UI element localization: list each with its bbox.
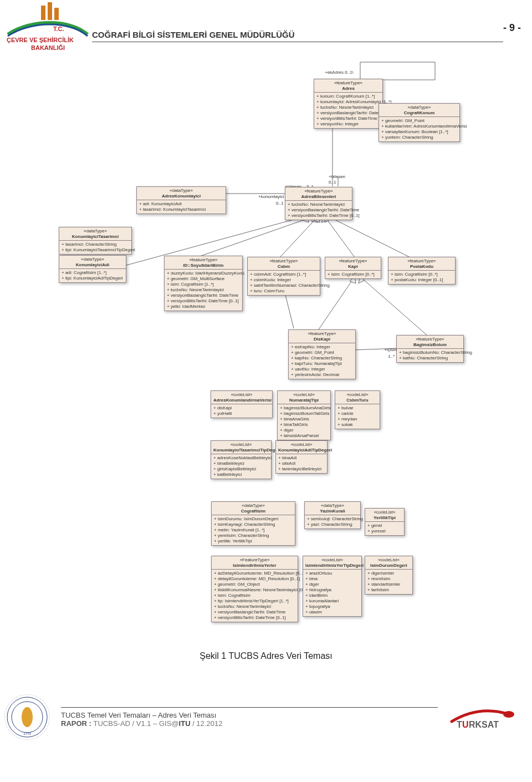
box-bagimsizbolum: «featureType»BagimsizBolum + bagimsizBol… xyxy=(396,335,464,363)
svg-rect-1 xyxy=(48,2,52,20)
figure-caption: Şekil 1 TUCBS Adres Veri Teması xyxy=(0,651,532,661)
svg-text:U: U xyxy=(462,720,469,729)
box-adreskonumlandirmaverisi: «codeList»AdresKonumlandirmaVerisi + dis… xyxy=(211,390,273,418)
itu-logo: 1773 xyxy=(4,694,50,740)
box-postakodu: «featureType»PostaKodu + isim: CografiIs… xyxy=(388,257,456,285)
svg-text:T.C.: T.C. xyxy=(53,26,64,32)
box-diskapi: «featureType»DisKapi + esKapiNo: Integer… xyxy=(288,329,356,379)
box-adres: «featureType»Adres + konum: CografiKonum… xyxy=(314,79,383,129)
turksat-logo: T U RKSAT xyxy=(449,702,521,732)
box-adresbilesenleri: «featureType»AdresBilesenleri + tucbsNo:… xyxy=(285,187,352,220)
box-adreskonumlayici: «dataType»AdresKonumlayici + adi: Konuml… xyxy=(136,186,226,214)
assoc-konumlayici: +konumlayici xyxy=(258,194,284,199)
box-isimdurumdegeri: «codeList»IsimDurumDegeri + digerIsimler… xyxy=(365,556,413,595)
assoc-bilesen2b: 0..1 xyxy=(329,180,336,185)
svg-text:BAKANLIĞI: BAKANLIĞI xyxy=(31,44,65,51)
assoc-zero1: 0..1 xyxy=(276,201,283,206)
page-title: COĞRAFİ BİLGİ SİSTEMLERİ GENEL MÜDÜRLÜĞÜ xyxy=(92,30,503,39)
box-konumlayicitasarimcitipdegeri: «codeList»KonumlayiciTasarimciTipDegeri … xyxy=(211,440,272,479)
box-kapi: «featureType»Kapi + isim: CografiIsim [0… xyxy=(325,257,381,279)
box-cografiisim: «dataType»CografiIsim + isimDurumu: Isim… xyxy=(211,501,295,546)
uml-diagram: +ekAdres 0..1\ +bilesen 3..* +bilesen 0.… xyxy=(0,58,532,640)
svg-text:ÇEVRE VE ŞEHİRCİLİK: ÇEVRE VE ŞEHİRCİLİK xyxy=(7,37,74,43)
box-numaratajtipi: «codeList»NumaratajTipi + bagimsizBolumA… xyxy=(277,390,331,440)
svg-point-16 xyxy=(22,707,33,727)
page-number: - 9 - xyxy=(503,2,521,34)
svg-rect-0 xyxy=(41,6,45,20)
footer-text: TUCBS Temel Veri Temaları – Adres Veri T… xyxy=(61,707,438,728)
box-idsoyutidaribirim: «featureType»ID::SoyutIdariBirim + duzey… xyxy=(164,256,243,311)
box-csbmturu: «codeList»CsbmTuru + bulvar+ cadde+ meyd… xyxy=(335,390,380,429)
box-konumlayiciadi: «dataType»KonumlayiciAdi + adi: CografiI… xyxy=(59,255,126,283)
svg-text:1773: 1773 xyxy=(23,732,31,735)
box-cografikonum: «dataType»CografiKonum + geometri: GM_Po… xyxy=(378,103,460,142)
ministry-logo: T.C. ÇEVRE VE ŞEHİRCİLİK BAKANLIĞI xyxy=(3,2,92,58)
assoc-bilesen2a: +bilesen xyxy=(329,174,345,179)
assoc-icisim: +içisim xyxy=(384,347,398,352)
box-isimlendirilmisyertipdegeri: «codeList»IsimlendirilmisYerTipDegeri + … xyxy=(303,556,362,617)
svg-text:T: T xyxy=(457,720,462,729)
svg-text:RKSAT: RKSAT xyxy=(469,720,499,729)
box-yerliliktipi: «codeList»YerlilikTipi + genel+ yoresel xyxy=(365,508,405,536)
assoc-ekadres: +ekAdres 0..1\ xyxy=(325,70,354,75)
box-konumlayicitasarimci: «dataType»KonumlayiciTasarimci + tasarim… xyxy=(59,227,132,255)
box-konumlayiciaditipdegeri: «codeList»KonumlayiciAdiTipDegeri + bina… xyxy=(275,440,328,474)
svg-rect-2 xyxy=(54,8,59,20)
assoc-onestar: 1..* xyxy=(388,354,395,359)
box-csbm: «featureType»Csbm + csbmAdi: CografiIsim… xyxy=(247,257,320,296)
box-yazimkurali: «dataType»YazimKurali + semboloji: Chara… xyxy=(304,501,361,529)
header-divider xyxy=(92,42,503,42)
svg-point-18 xyxy=(503,711,514,718)
box-isimlendirilmisyerler: «FeatureType»IsimlendirilmisYerler + azD… xyxy=(211,556,298,622)
